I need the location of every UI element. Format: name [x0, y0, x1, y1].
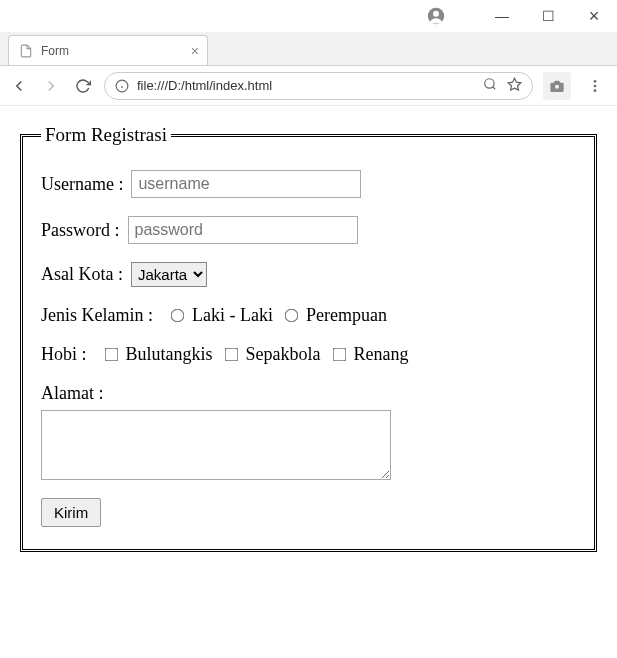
svg-point-10	[594, 84, 597, 87]
user-icon[interactable]	[413, 0, 459, 32]
address-bar[interactable]: file:///D:/html/index.html	[104, 72, 533, 100]
gender-radio-male[interactable]	[171, 309, 185, 323]
tab-title: Form	[41, 44, 69, 58]
hobby-row: Hobi : Bulutangkis Sepakbola Renang	[41, 344, 576, 365]
submit-button[interactable]: Kirim	[41, 498, 101, 527]
tab-strip: Form ×	[0, 32, 617, 66]
window-titlebar: — ☐ ×	[0, 0, 617, 32]
svg-line-6	[493, 87, 496, 90]
browser-window: — ☐ × Form × file:///D:/html/index.html	[0, 0, 617, 658]
username-label: Username :	[41, 174, 123, 195]
hobby-check-badminton[interactable]	[104, 348, 118, 362]
submit-row: Kirim	[41, 498, 576, 527]
menu-icon[interactable]	[581, 72, 609, 100]
svg-point-5	[485, 79, 494, 88]
hobby-check-swimming[interactable]	[332, 348, 346, 362]
registration-fieldset: Form Registrasi Username : Password : As…	[20, 124, 597, 552]
address-label: Alamat :	[41, 383, 103, 404]
svg-point-8	[555, 84, 559, 88]
gender-label: Jenis Kelamin :	[41, 305, 153, 326]
toolbar: file:///D:/html/index.html	[0, 66, 617, 106]
svg-point-11	[594, 89, 597, 92]
password-label: Password :	[41, 220, 120, 241]
zoom-icon[interactable]	[483, 77, 497, 94]
hobby-check-football[interactable]	[224, 348, 238, 362]
address-textarea[interactable]	[41, 410, 391, 480]
svg-point-9	[594, 80, 597, 83]
hobby-option-swimming: Renang	[354, 344, 409, 365]
fieldset-legend: Form Registrasi	[41, 124, 171, 146]
city-label: Asal Kota :	[41, 264, 123, 285]
url-text: file:///D:/html/index.html	[137, 78, 475, 93]
minimize-button[interactable]: —	[479, 0, 525, 32]
close-window-button[interactable]: ×	[571, 0, 617, 32]
reload-button[interactable]	[72, 75, 94, 97]
svg-point-1	[433, 11, 439, 17]
forward-button[interactable]	[40, 75, 62, 97]
page-icon	[19, 44, 33, 58]
svg-marker-7	[508, 78, 521, 90]
password-row: Password :	[41, 216, 576, 244]
maximize-button[interactable]: ☐	[525, 0, 571, 32]
hobby-option-football: Sepakbola	[246, 344, 321, 365]
password-input[interactable]	[128, 216, 358, 244]
gender-option-female: Perempuan	[306, 305, 387, 326]
gender-option-male: Laki - Laki	[192, 305, 273, 326]
browser-tab[interactable]: Form ×	[8, 35, 208, 65]
camera-icon[interactable]	[543, 72, 571, 100]
address-row: Alamat :	[41, 383, 576, 480]
username-row: Username :	[41, 170, 576, 198]
hobby-label: Hobi :	[41, 344, 87, 365]
page-content: Form Registrasi Username : Password : As…	[0, 106, 617, 658]
gender-radio-female[interactable]	[285, 309, 299, 323]
bookmark-star-icon[interactable]	[507, 77, 522, 95]
hobby-option-badminton: Bulutangkis	[126, 344, 213, 365]
back-button[interactable]	[8, 75, 30, 97]
city-select[interactable]: Jakarta	[131, 262, 207, 287]
site-info-icon[interactable]	[115, 79, 129, 93]
close-tab-icon[interactable]: ×	[191, 43, 199, 59]
username-input[interactable]	[131, 170, 361, 198]
city-row: Asal Kota : Jakarta	[41, 262, 576, 287]
gender-row: Jenis Kelamin : Laki - Laki Perempuan	[41, 305, 576, 326]
